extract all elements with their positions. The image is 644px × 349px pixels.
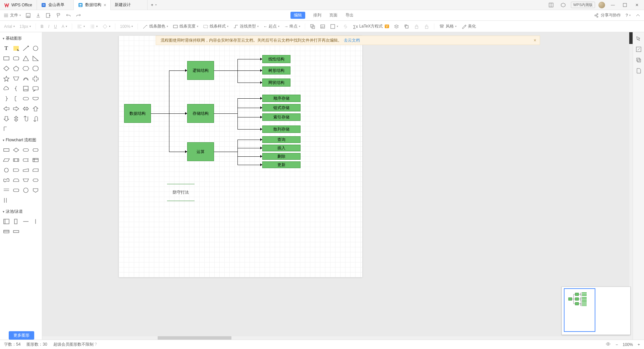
zoom-select[interactable]: 100%▾ [120, 24, 133, 29]
align-button[interactable]: ▾ [77, 24, 85, 29]
layers-button[interactable] [394, 24, 399, 29]
download-button[interactable] [36, 13, 41, 18]
mode-edit[interactable]: 编辑 [290, 12, 305, 19]
main-toolbar: 文件 ▾ 编辑 排列 页面 导出 分享与协作 ?▾ [0, 10, 644, 21]
share-label: 分享与协作 [601, 12, 621, 18]
share-button[interactable]: 分享与协作 [594, 12, 621, 18]
plus-icon: + [151, 3, 153, 7]
tab-label: 金山表单 [48, 2, 64, 8]
beautify-button[interactable]: 美化 [461, 23, 476, 29]
line-end-button[interactable]: →终点▾ [284, 23, 300, 29]
italic-button[interactable]: I [48, 24, 49, 29]
close-window-icon[interactable]: ✕ [633, 1, 641, 9]
svg-rect-18 [415, 26, 418, 29]
beta-badge: WPS内测版 [571, 2, 595, 8]
title-bar: WPS Office 金山表单 数据结构 × 新建设计 + ▾ WPS内测版 —… [0, 0, 644, 10]
style-button[interactable]: 风格▾ [439, 23, 457, 29]
toolbar-right: 分享与协作 ?▾ [594, 12, 641, 18]
flowchart-doc-icon [78, 2, 83, 8]
svg-rect-2 [79, 4, 82, 5]
svg-rect-3 [79, 6, 82, 6]
minimize-icon[interactable]: — [608, 1, 617, 9]
svg-rect-19 [425, 26, 428, 29]
redo-button[interactable] [76, 13, 81, 18]
tab-label: 新建设计 [115, 2, 131, 8]
format-toolbar: Arial▾ 13px▾ B I U A▾ ▾ ▾ ▾ 100%▾ 线条颜色▾ … [0, 21, 644, 32]
toolbar-center: 编辑 排列 页面 导出 [290, 12, 354, 19]
latex-button[interactable]: ∑x LaTeX方程式V [353, 23, 389, 29]
bold-button[interactable]: B [41, 24, 44, 29]
new-tab-button[interactable]: + ▾ [148, 0, 160, 10]
mode-page[interactable]: 页面 [329, 12, 337, 18]
icon-button[interactable]: ▾ [330, 24, 338, 29]
font-color-button[interactable]: A▾ [62, 24, 67, 29]
mode-export[interactable]: 导出 [345, 12, 354, 18]
menu-button[interactable]: 文件 ▾ [3, 12, 21, 18]
line-color-button[interactable]: 线条颜色▾ [143, 23, 168, 29]
format-painter-button[interactable] [56, 13, 61, 18]
export-button[interactable] [46, 13, 51, 18]
svg-rect-17 [406, 26, 408, 28]
line-style-button[interactable]: 线条样式▾ [203, 23, 228, 29]
underline-button[interactable]: U [54, 24, 57, 29]
tab-jinshan-form[interactable]: 金山表单 [37, 0, 74, 10]
wps-logo-icon [4, 2, 9, 8]
tab-data-structure[interactable]: 数据结构 × [74, 0, 111, 10]
form-icon [41, 2, 46, 8]
connector-type-button[interactable]: 连线类型▾ [233, 23, 259, 29]
avatar[interactable] [598, 2, 605, 8]
cube-icon[interactable] [559, 1, 568, 9]
list-button[interactable]: ▾ [90, 24, 98, 29]
mode-arrange[interactable]: 排列 [313, 12, 321, 18]
svg-rect-7 [26, 13, 30, 17]
line-width-button[interactable]: 线条宽度▾ [173, 23, 198, 29]
lock-button[interactable] [414, 24, 419, 29]
file-label: 文件 [10, 12, 18, 18]
chevron-down-icon: ▾ [19, 14, 21, 17]
svg-rect-16 [331, 24, 335, 29]
help-button[interactable]: ?▾ [626, 13, 631, 18]
toolbar-left: 文件 ▾ [3, 12, 81, 18]
svg-point-15 [322, 26, 322, 27]
group-button[interactable] [310, 24, 315, 29]
link-button[interactable] [343, 24, 348, 29]
tab-label: WPS Office [11, 3, 32, 7]
svg-rect-8 [27, 16, 29, 17]
svg-rect-6 [623, 3, 627, 7]
collapse-button[interactable] [635, 13, 641, 18]
font-family-select[interactable]: Arial▾ [4, 24, 15, 29]
maximize-icon[interactable] [621, 1, 629, 9]
unlock-button[interactable] [424, 24, 429, 29]
save-button[interactable] [25, 13, 31, 18]
title-bar-right: WPS内测版 — ✕ [547, 1, 644, 9]
tab-new-design[interactable]: 新建设计 [111, 0, 148, 10]
tab-wps-office[interactable]: WPS Office [0, 0, 37, 10]
svg-rect-10 [173, 25, 177, 28]
image-button[interactable] [320, 24, 325, 29]
svg-rect-11 [204, 25, 208, 28]
undo-button[interactable] [66, 13, 71, 18]
line-start-button[interactable]: ←起点▾ [263, 23, 279, 29]
chevron-down-icon: ▾ [155, 3, 157, 6]
bring-front-button[interactable] [404, 24, 409, 29]
svg-rect-0 [42, 3, 46, 7]
tab-label: 数据结构 [85, 2, 101, 8]
close-icon[interactable]: × [104, 2, 106, 8]
panel-icon[interactable] [547, 1, 555, 9]
font-size-select[interactable]: 13px▾ [19, 24, 31, 29]
fill-color-button[interactable]: ▾ [102, 24, 110, 29]
